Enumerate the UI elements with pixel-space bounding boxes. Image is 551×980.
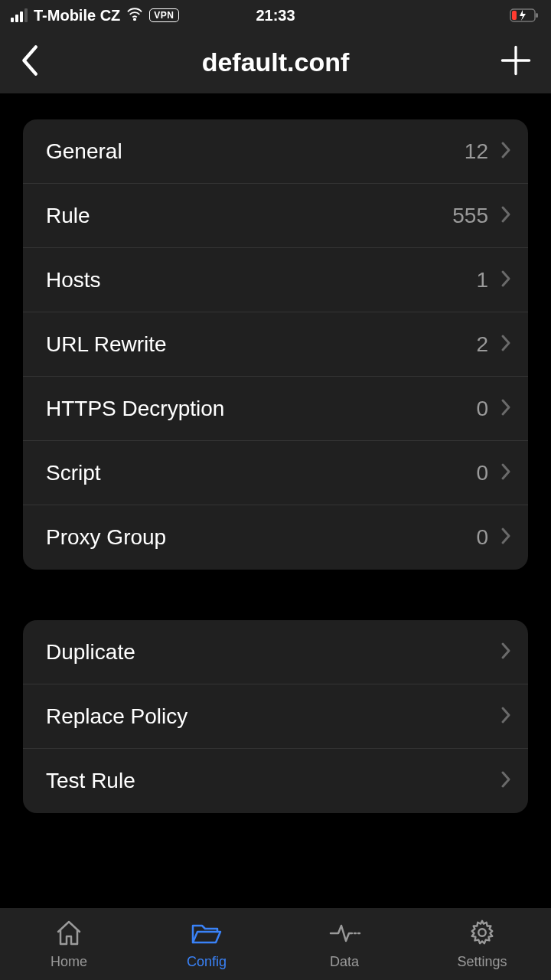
chevron-right-icon <box>500 706 511 727</box>
tab-data[interactable]: Data <box>276 918 413 970</box>
chevron-right-icon <box>500 398 511 420</box>
battery-icon <box>510 8 540 23</box>
row-duplicate[interactable]: Duplicate <box>23 620 528 684</box>
chevron-right-icon <box>500 270 511 291</box>
row-label: HTTPS Decryption <box>46 397 224 421</box>
row-label: Proxy Group <box>46 525 166 550</box>
tab-label: Home <box>51 954 87 970</box>
nav-header: default.conf <box>0 31 551 93</box>
vpn-badge: VPN <box>149 8 178 22</box>
tab-home[interactable]: Home <box>0 918 138 970</box>
status-time: 21:33 <box>256 7 295 24</box>
folder-icon <box>190 918 223 951</box>
signal-icon <box>11 8 28 22</box>
svg-rect-2 <box>536 13 538 18</box>
chevron-right-icon <box>500 527 511 548</box>
chevron-right-icon <box>500 770 511 792</box>
activity-icon <box>328 918 361 951</box>
home-icon <box>54 918 84 951</box>
chevron-right-icon <box>500 462 511 484</box>
tab-config[interactable]: Config <box>138 918 276 970</box>
row-value: 1 <box>476 268 488 292</box>
row-value: 555 <box>452 204 488 228</box>
row-label: Script <box>46 461 101 485</box>
row-label: Hosts <box>46 268 101 292</box>
row-value: 2 <box>476 332 488 357</box>
chevron-right-icon <box>500 334 511 355</box>
svg-rect-3 <box>512 11 517 20</box>
add-button[interactable] <box>499 44 533 80</box>
row-label: URL Rewrite <box>46 332 167 357</box>
wifi-icon <box>126 7 143 24</box>
row-label: Replace Policy <box>46 704 187 729</box>
back-button[interactable] <box>18 44 40 80</box>
chevron-right-icon <box>500 141 511 162</box>
content-area: General 12 Rule 555 Hosts 1 <box>0 93 551 813</box>
row-value: 0 <box>476 461 488 485</box>
chevron-right-icon <box>500 205 511 227</box>
chevron-right-icon <box>500 642 511 663</box>
status-bar: T-Mobile CZ VPN 21:33 <box>0 0 551 31</box>
row-label: General <box>46 139 122 164</box>
row-rule[interactable]: Rule 555 <box>23 184 528 248</box>
row-value: 0 <box>476 397 488 421</box>
row-label: Duplicate <box>46 640 135 665</box>
actions-section: Duplicate Replace Policy Test Rule <box>23 620 528 813</box>
row-label: Rule <box>46 204 90 228</box>
tab-label: Config <box>187 954 227 970</box>
row-general[interactable]: General 12 <box>23 119 528 184</box>
row-label: Test Rule <box>46 769 135 793</box>
row-script[interactable]: Script 0 <box>23 441 528 505</box>
page-title: default.conf <box>202 47 350 77</box>
row-hosts[interactable]: Hosts 1 <box>23 248 528 312</box>
row-https-decryption[interactable]: HTTPS Decryption 0 <box>23 377 528 441</box>
tab-label: Data <box>330 954 359 970</box>
row-proxy-group[interactable]: Proxy Group 0 <box>23 505 528 570</box>
tabbar: Home Config Data Settings <box>0 908 551 980</box>
config-section: General 12 Rule 555 Hosts 1 <box>23 119 528 570</box>
tab-label: Settings <box>457 954 507 970</box>
tab-settings[interactable]: Settings <box>413 918 551 970</box>
row-value: 0 <box>476 525 488 550</box>
gear-icon <box>467 918 497 951</box>
status-left: T-Mobile CZ VPN <box>11 7 179 24</box>
carrier-label: T-Mobile CZ <box>34 7 120 24</box>
row-replace-policy[interactable]: Replace Policy <box>23 684 528 749</box>
row-value: 12 <box>465 139 488 164</box>
row-url-rewrite[interactable]: URL Rewrite 2 <box>23 312 528 377</box>
svg-point-8 <box>478 929 486 936</box>
svg-point-0 <box>134 18 135 20</box>
row-test-rule[interactable]: Test Rule <box>23 749 528 813</box>
